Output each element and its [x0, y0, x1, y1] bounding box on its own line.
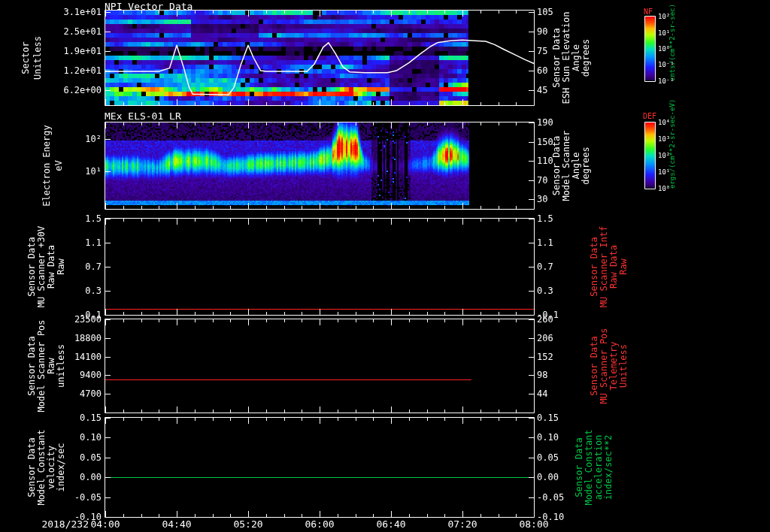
- p5-ytick-left: 0.05: [80, 452, 102, 463]
- p3-ytick-right: 0.3: [537, 286, 553, 296]
- colorbar1-units: cnts/(cm**2-sr-sec): [668, 4, 676, 81]
- axis-label-line: Sector: [20, 11, 32, 105]
- colorbar1-title: NF: [644, 8, 653, 16]
- p5-ytick-left: 0.10: [80, 432, 102, 443]
- axis-label-line: eV: [53, 122, 65, 209]
- p2-ytick-right: 30: [537, 194, 547, 204]
- axis-label-line: Unitless: [619, 319, 629, 413]
- p2-ytick-right: 70: [537, 175, 547, 186]
- axis-label-line: degrees: [581, 122, 591, 209]
- p1-ytick-left: 1.9e+01: [63, 46, 102, 56]
- p3-ytick-left: 0.7: [85, 261, 102, 272]
- p3-left-axis-label: Sensor Data MU Scanner +30V Raw Data Raw: [27, 219, 66, 315]
- xtick-label: 04:00: [90, 518, 120, 530]
- axis-label-line: unitless: [56, 319, 66, 413]
- xtick-label: 07:20: [447, 518, 477, 530]
- xtick-label: 04:40: [162, 518, 191, 530]
- p1-right-axis-label: Sensor Data ESH Sun Elevation Angle degr…: [552, 11, 591, 105]
- p3-ytick-left: 1.1: [85, 237, 102, 248]
- p3-ytick-left: 0.3: [85, 286, 102, 296]
- axis-label-line: index/sec**2: [604, 418, 614, 517]
- p5-ytick-right: 0.15: [537, 413, 559, 423]
- p2-ytick-left: 10¹: [85, 166, 102, 177]
- axis-label-line: Electron Energy: [41, 122, 53, 209]
- p4-ytick-left: 18800: [74, 333, 102, 343]
- plot-canvas: [0, 0, 770, 532]
- panel2-title: MEx ELS-01 LR: [105, 110, 181, 122]
- p1-ytick-right: 105: [537, 7, 553, 17]
- p4-left-axis-label: Sensor Data Model Scanner Pos Raw unitle…: [27, 319, 66, 413]
- tplot-window: NPI Vector Data MEx ELS-01 LR 3.1e+01 2.…: [0, 0, 770, 532]
- p4-ytick-right: 260: [537, 314, 553, 325]
- p1-left-axis-label: Sector Unitless: [20, 11, 44, 105]
- p2-ytick-right: 190: [537, 117, 553, 128]
- p1-ytick-right: 60: [537, 65, 547, 76]
- panel1-title: NPI Vector Data: [105, 1, 192, 12]
- p5-ytick-right: 0.05: [537, 452, 559, 463]
- p5-right-axis-label: Sensor Data Model Constant acceleration …: [574, 418, 614, 517]
- p4-right-axis-label: Sensor Data MU Scanner Pos Telemetry Uni…: [590, 319, 629, 413]
- xtick-label: 06:40: [376, 518, 405, 530]
- axis-label-line: Unitless: [32, 11, 44, 105]
- p4-ytick-right: 152: [537, 352, 553, 362]
- xtick-label: 08:00: [519, 518, 548, 530]
- p4-ytick-right: 206: [537, 333, 553, 343]
- p3-ytick-left: 1.5: [85, 213, 102, 224]
- p3-ytick-right: 0.7: [537, 261, 553, 272]
- p3-right-axis-label: Sensor Data MU Scanner Intf Raw Data Raw: [590, 219, 629, 315]
- p5-ytick-left: -0.05: [74, 492, 102, 503]
- p5-ytick-right: -0.05: [537, 492, 564, 503]
- p1-ytick-left: 2.5e+01: [63, 26, 102, 37]
- p4-ytick-right: 44: [537, 388, 547, 399]
- date-label: 2018/232: [41, 518, 89, 530]
- p3-ytick-right: 1.1: [537, 237, 553, 248]
- p1-ytick-right: 45: [537, 85, 547, 95]
- colorbar2-title: DEF: [643, 112, 656, 120]
- p1-ytick-left: 3.1e+01: [63, 7, 102, 17]
- xtick-label: 05:20: [233, 518, 262, 530]
- p5-ytick-right: 0.10: [537, 432, 559, 443]
- p1-ytick-right: 90: [537, 26, 547, 37]
- p1-ytick-left: 1.2e+01: [63, 65, 102, 76]
- axis-label-line: Raw: [619, 219, 629, 315]
- p4-ytick-left: 23500: [74, 314, 102, 325]
- axis-label-line: degrees: [581, 11, 591, 105]
- p2-right-axis-label: Sensor Data Model Scanner Angle degrees: [552, 122, 591, 209]
- p4-ytick-left: 4700: [80, 388, 102, 399]
- p1-ytick-left: 6.2e+00: [63, 85, 102, 95]
- axis-label-line: Raw: [56, 219, 66, 315]
- p4-ytick-left: 9400: [80, 370, 102, 380]
- p5-ytick-right: 0.00: [537, 472, 559, 482]
- xtick-label: 06:00: [305, 518, 334, 530]
- p5-ytick-left: 0.00: [80, 472, 102, 482]
- axis-label-line: index/sec: [56, 418, 66, 517]
- p2-ytick-left: 10²: [85, 134, 102, 144]
- p4-ytick-right: 98: [537, 370, 547, 380]
- p5-left-axis-label: Sensor Data Model Constant velocity inde…: [27, 418, 66, 517]
- p1-ytick-right: 75: [537, 46, 547, 56]
- p5-ytick-left: 0.15: [80, 413, 102, 423]
- p4-ytick-left: 14100: [74, 352, 102, 362]
- p3-ytick-right: 1.5: [537, 213, 553, 224]
- p2-left-axis-label: Electron Energy eV: [41, 122, 65, 209]
- colorbar2-units: ergs/(cm**2-sr-sec-eV): [668, 99, 676, 189]
